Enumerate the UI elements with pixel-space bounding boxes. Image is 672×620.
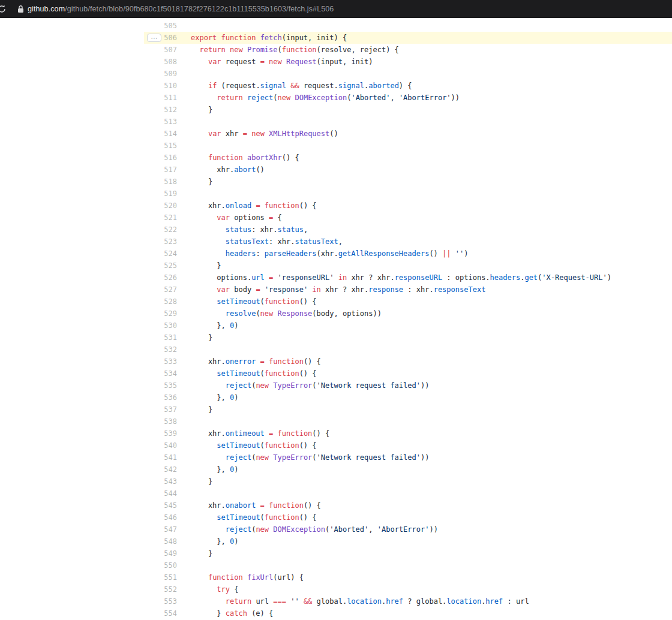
line-number[interactable]: 524 bbox=[144, 248, 177, 260]
line-number[interactable]: 528 bbox=[144, 296, 177, 308]
line-number[interactable]: 514 bbox=[144, 128, 177, 140]
code-line: 527 var body = 'response' in xhr ? xhr.r… bbox=[0, 284, 672, 296]
line-number[interactable]: 554 bbox=[144, 607, 177, 619]
code-text: setTimeout(function() { bbox=[177, 440, 672, 452]
line-number[interactable]: 532 bbox=[144, 344, 177, 356]
url-domain: github.com bbox=[28, 5, 65, 13]
line-number[interactable]: 527 bbox=[144, 284, 177, 296]
code-text: setTimeout(function() { bbox=[177, 511, 672, 523]
line-number[interactable]: 505 bbox=[144, 20, 177, 32]
line-number[interactable]: 525 bbox=[144, 260, 177, 272]
line-number[interactable]: 545 bbox=[144, 499, 177, 511]
code-text: function abortXhr() { bbox=[177, 152, 672, 164]
line-number[interactable]: 522 bbox=[144, 224, 177, 236]
gutter-margin bbox=[0, 607, 144, 619]
line-number[interactable]: 543 bbox=[144, 475, 177, 487]
code-text: xhr.onload = function() { bbox=[177, 200, 672, 212]
line-number[interactable]: 534 bbox=[144, 368, 177, 380]
line-number[interactable]: 515 bbox=[144, 140, 177, 152]
url-path: /github/fetch/blob/90fb680c1f50181782f27… bbox=[65, 5, 313, 13]
line-number[interactable]: 531 bbox=[144, 332, 177, 344]
line-number[interactable]: 550 bbox=[144, 559, 177, 571]
code-text: var xhr = new XMLHttpRequest() bbox=[177, 128, 672, 140]
line-number[interactable]: 512 bbox=[144, 104, 177, 116]
line-number[interactable]: 546 bbox=[144, 511, 177, 523]
address-url[interactable]: github.com/github/fetch/blob/90fb680c1f5… bbox=[28, 0, 334, 18]
gutter-margin bbox=[0, 176, 144, 188]
code-line: 533 xhr.onerror = function() { bbox=[0, 356, 672, 368]
gutter-margin bbox=[0, 200, 144, 212]
code-text: reject(new DOMException('Aborted', 'Abor… bbox=[177, 523, 672, 535]
expand-context-button[interactable]: ⋯ bbox=[147, 34, 161, 42]
gutter-margin bbox=[0, 511, 144, 523]
gutter-margin bbox=[0, 356, 144, 368]
code-line: 528 setTimeout(function() { bbox=[0, 296, 672, 308]
code-text bbox=[177, 487, 672, 499]
line-number[interactable]: 537 bbox=[144, 404, 177, 416]
code-line: 511 return reject(new DOMException('Abor… bbox=[0, 92, 672, 104]
code-text: resolve(new Response(body, options)) bbox=[177, 308, 672, 320]
gutter-margin bbox=[0, 464, 144, 475]
line-number[interactable]: 523 bbox=[144, 236, 177, 248]
line-number[interactable]: 510 bbox=[144, 80, 177, 92]
line-number[interactable]: 541 bbox=[144, 452, 177, 464]
line-number[interactable]: 526 bbox=[144, 272, 177, 284]
line-number[interactable]: 519 bbox=[144, 188, 177, 200]
line-number[interactable]: 544 bbox=[144, 487, 177, 499]
line-number[interactable]: 511 bbox=[144, 92, 177, 104]
code-text: reject(new TypeError('Network request fa… bbox=[177, 452, 672, 464]
line-number[interactable]: 538 bbox=[144, 416, 177, 428]
line-number[interactable]: 518 bbox=[144, 176, 177, 188]
line-number[interactable]: 539 bbox=[144, 428, 177, 440]
lock-icon[interactable] bbox=[17, 5, 24, 13]
code-text: }, 0) bbox=[177, 464, 672, 475]
line-number[interactable]: 521 bbox=[144, 212, 177, 224]
gutter-margin bbox=[0, 344, 144, 356]
gutter-margin bbox=[0, 56, 144, 68]
line-number[interactable]: 551 bbox=[144, 571, 177, 583]
line-number[interactable]: 540 bbox=[144, 440, 177, 452]
line-number[interactable]: 529 bbox=[144, 308, 177, 320]
code-line: 517 xhr.abort() bbox=[0, 164, 672, 176]
line-number[interactable]: 535 bbox=[144, 380, 177, 392]
gutter-margin bbox=[0, 80, 144, 92]
code-line: 507 return new Promise(function(resolve,… bbox=[0, 44, 672, 56]
line-number[interactable]: 536 bbox=[144, 392, 177, 404]
reload-icon[interactable] bbox=[0, 4, 7, 14]
code-text bbox=[177, 68, 672, 80]
code-text: setTimeout(function() { bbox=[177, 296, 672, 308]
code-text bbox=[177, 140, 672, 152]
line-number[interactable]: 507 bbox=[144, 44, 177, 56]
line-number[interactable]: 517 bbox=[144, 164, 177, 176]
line-number[interactable]: 553 bbox=[144, 595, 177, 607]
line-number[interactable]: 516 bbox=[144, 152, 177, 164]
line-number[interactable]: 533 bbox=[144, 356, 177, 368]
line-number[interactable]: 552 bbox=[144, 583, 177, 595]
code-line: 515 bbox=[0, 140, 672, 152]
line-number[interactable]: 508 bbox=[144, 56, 177, 68]
line-number[interactable]: 520 bbox=[144, 200, 177, 212]
code-line: 520 xhr.onload = function() { bbox=[0, 200, 672, 212]
code-text: statusText: xhr.statusText, bbox=[177, 236, 672, 248]
code-text: options.url = 'responseURL' in xhr ? xhr… bbox=[177, 272, 672, 284]
line-number[interactable]: 547 bbox=[144, 523, 177, 535]
line-number[interactable]: 549 bbox=[144, 547, 177, 559]
code-text: return url === '' && global.location.hre… bbox=[177, 595, 672, 607]
line-number[interactable]: 509 bbox=[144, 68, 177, 80]
code-line: 512 } bbox=[0, 104, 672, 116]
line-number[interactable]: 548 bbox=[144, 535, 177, 547]
line-number[interactable]: 513 bbox=[144, 116, 177, 128]
code-text bbox=[177, 416, 672, 428]
gutter-margin bbox=[0, 332, 144, 344]
gutter-margin bbox=[0, 188, 144, 200]
line-number[interactable]: 530 bbox=[144, 320, 177, 332]
code-text: xhr.ontimeout = function() { bbox=[177, 428, 672, 440]
code-text: } bbox=[177, 260, 672, 272]
line-number[interactable]: 542 bbox=[144, 464, 177, 475]
code-line: 525 } bbox=[0, 260, 672, 272]
code-text bbox=[177, 188, 672, 200]
code-text: xhr.abort() bbox=[177, 164, 672, 176]
browser-url-bar[interactable]: github.com/github/fetch/blob/90fb680c1f5… bbox=[0, 0, 672, 18]
code-line: 538 bbox=[0, 416, 672, 428]
gutter-margin bbox=[0, 487, 144, 499]
